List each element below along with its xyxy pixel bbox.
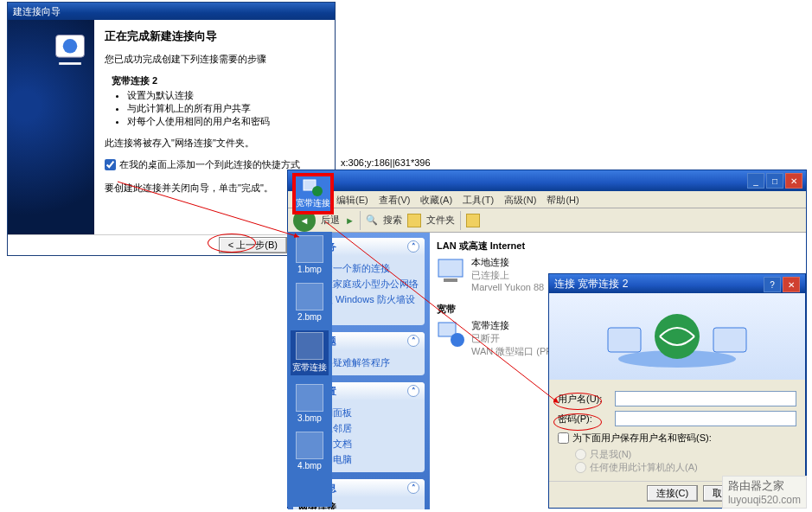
- dial-connection-dialog: 连接 宽带连接 2 ? ✕ 用户名(U): 密码(P): 为下面用户保存用户名和…: [548, 273, 806, 509]
- desktop-icon-broadband[interactable]: 宽带连接: [291, 330, 329, 375]
- back-button[interactable]: < 上一步(B): [219, 237, 287, 253]
- views-icon[interactable]: [466, 214, 480, 227]
- menu-adv[interactable]: 高级(N): [504, 194, 536, 205]
- chevron-up-icon[interactable]: ˄: [407, 335, 419, 347]
- connection-wizard-icon: [51, 30, 89, 68]
- menu-help[interactable]: 帮助(H): [547, 194, 579, 205]
- save-credentials-label: 为下面用户保存用户名和密码(S):: [572, 432, 712, 445]
- svg-rect-3: [444, 278, 457, 282]
- forward-button-icon[interactable]: ►: [345, 215, 355, 226]
- broadband-icon: [437, 319, 466, 349]
- close-button[interactable]: ✕: [785, 173, 802, 189]
- wizard-sidebar-graphic: [8, 20, 94, 234]
- wizard-bullet: 对每个人使用相同的用户名和密码: [127, 115, 324, 128]
- dial-banner-icon: [599, 302, 755, 371]
- search-icon[interactable]: 🔍: [366, 214, 378, 226]
- username-input[interactable]: [615, 391, 796, 406]
- menu-tools[interactable]: 工具(T): [463, 194, 494, 205]
- desktop-shortcut-checkbox-input[interactable]: [105, 159, 116, 170]
- redbox-label: 宽带连接: [296, 197, 330, 209]
- wizard-bullet-list: 设置为默认连接 与此计算机上的所有用户共享 对每个人使用相同的用户名和密码: [127, 89, 324, 128]
- desktop-icon[interactable]: 3.bmp: [291, 384, 329, 423]
- svg-point-7: [312, 186, 323, 196]
- username-label: 用户名(U):: [558, 393, 610, 406]
- connection-name: 宽带连接: [471, 319, 553, 332]
- svg-point-11: [655, 314, 700, 359]
- dial-form: 用户名(U): 密码(P): 为下面用户保存用户名和密码(S): 只是我(N) …: [549, 380, 805, 481]
- coord-readout: x:306;y:186||631*396: [341, 157, 431, 168]
- maximize-button[interactable]: □: [766, 173, 783, 189]
- radio-only-me: [575, 448, 586, 461]
- wizard-titlebar: 建连接向导: [8, 3, 335, 20]
- search-label[interactable]: 搜索: [383, 214, 402, 227]
- group-header-lan: LAN 或高速 Internet: [437, 240, 799, 253]
- lan-icon: [437, 256, 466, 285]
- folders-icon[interactable]: [407, 214, 421, 227]
- annotation-red-square: 宽带连接: [292, 173, 334, 214]
- wizard-heading: 正在完成新建连接向导: [105, 29, 324, 44]
- connection-device: Marvell Yukon 88: [471, 282, 544, 292]
- svg-point-5: [451, 333, 464, 347]
- radio-anyone: [575, 461, 586, 474]
- chevron-up-icon[interactable]: ˄: [407, 240, 419, 253]
- watermark-url: luyouqi520.com: [728, 494, 801, 506]
- wizard-conn-name: 宽带连接 2: [112, 74, 324, 87]
- menu-fav[interactable]: 收藏(A): [420, 194, 452, 205]
- wizard-bullet: 设置为默认连接: [127, 89, 324, 102]
- minimize-button[interactable]: _: [747, 173, 764, 189]
- menu-view[interactable]: 查看(V): [379, 194, 411, 205]
- watermark: 路由器之家 luyouqi520.com: [722, 476, 807, 509]
- toolbar: ◄ 后退 ► 🔍 搜索 文件夹: [288, 208, 806, 233]
- svg-rect-10: [713, 328, 746, 352]
- chevron-up-icon[interactable]: ˄: [407, 482, 419, 494]
- connection-status: 已连接上: [471, 269, 544, 282]
- desktop-icon-strip: 1.bmp 2.bmp 宽带连接 3.bmp 4.bmp: [287, 232, 332, 507]
- help-button[interactable]: ?: [764, 277, 781, 292]
- svg-point-1: [63, 39, 78, 54]
- broadband-shortcut-icon: [302, 178, 324, 197]
- connection-device: WAN 微型端口 (PP: [471, 345, 553, 358]
- connection-status: 已断开: [471, 332, 553, 345]
- folders-label[interactable]: 文件夹: [426, 214, 455, 227]
- menu-bar: 文件(F) 编辑(E) 查看(V) 收藏(A) 工具(T) 高级(N) 帮助(H…: [288, 191, 806, 208]
- new-connection-wizard: 建连接向导 正在完成新建连接向导 您已成功完成创建下列连接需要的步骤 宽带连接 …: [7, 2, 336, 256]
- desktop-icon[interactable]: 4.bmp: [291, 432, 329, 470]
- explorer-titlebar: 网络连接 _ □ ✕: [288, 170, 806, 191]
- desktop-icon[interactable]: 1.bmp: [291, 235, 329, 274]
- connect-button[interactable]: 连接(C): [647, 485, 698, 502]
- save-credentials-checkbox[interactable]: [558, 432, 569, 445]
- desktop-shortcut-checkbox-label: 在我的桌面上添加一个到此连接的快捷方式: [119, 158, 300, 171]
- radio-anyone-label: 任何使用此计算机的人(A): [590, 461, 698, 474]
- svg-rect-4: [438, 323, 456, 336]
- wizard-text-1: 您已成功完成创建下列连接需要的步骤: [105, 53, 324, 66]
- radio-only-me-label: 只是我(N): [590, 448, 631, 461]
- dial-title-text: 连接 宽带连接 2: [554, 277, 628, 291]
- dial-titlebar: 连接 宽带连接 2 ? ✕: [549, 274, 805, 293]
- chevron-up-icon[interactable]: ˄: [407, 385, 419, 397]
- password-input[interactable]: [615, 411, 796, 426]
- dial-banner: [549, 293, 805, 380]
- wizard-text-2: 此连接将被存入"网络连接"文件夹。: [105, 137, 324, 150]
- close-button[interactable]: ✕: [783, 277, 800, 292]
- watermark-title: 路由器之家: [728, 478, 801, 494]
- back-button-label[interactable]: 后退: [321, 214, 340, 227]
- menu-edit[interactable]: 编辑(E): [336, 194, 368, 205]
- wizard-button-row: < 上一步(B) 完成: [8, 234, 335, 257]
- svg-rect-2: [438, 259, 463, 277]
- desktop-icon[interactable]: 2.bmp: [291, 283, 329, 322]
- connection-name: 本地连接: [471, 256, 544, 269]
- wizard-bullet: 与此计算机上的所有用户共享: [127, 102, 324, 115]
- svg-rect-9: [608, 328, 641, 352]
- password-label: 密码(P):: [558, 413, 610, 426]
